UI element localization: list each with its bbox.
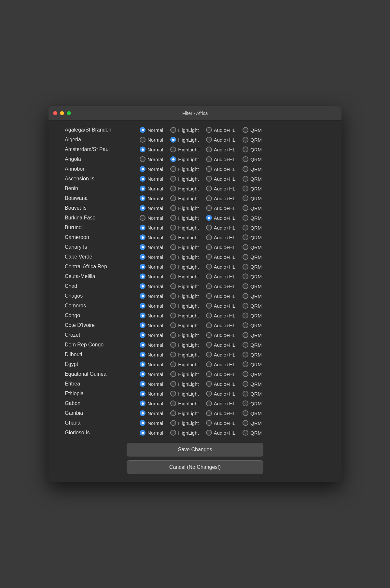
radio-button[interactable] [206, 361, 212, 367]
radio-option-normal[interactable]: Normal [140, 342, 163, 348]
radio-option-highlight[interactable]: HighLight [170, 186, 199, 191]
radio-option-qrm[interactable]: QRM [243, 264, 262, 270]
radio-button[interactable] [243, 430, 248, 436]
radio-option-highlight[interactable]: HighLight [170, 215, 199, 221]
radio-button[interactable] [140, 166, 146, 172]
radio-option-audio-hl[interactable]: Audio+HL [206, 283, 235, 289]
radio-button[interactable] [243, 156, 248, 162]
close-button[interactable] [53, 111, 57, 115]
radio-option-normal[interactable]: Normal [140, 303, 163, 309]
radio-button[interactable] [140, 313, 146, 318]
radio-option-audio-hl[interactable]: Audio+HL [206, 205, 235, 211]
radio-button[interactable] [170, 127, 176, 133]
radio-button[interactable] [206, 166, 212, 172]
radio-button[interactable] [140, 303, 146, 309]
radio-option-qrm[interactable]: QRM [243, 410, 262, 416]
radio-option-audio-hl[interactable]: Audio+HL [206, 147, 235, 152]
radio-option-normal[interactable]: Normal [140, 391, 163, 397]
radio-option-normal[interactable]: Normal [140, 381, 163, 387]
radio-option-normal[interactable]: Normal [140, 205, 163, 211]
radio-option-audio-hl[interactable]: Audio+HL [206, 361, 235, 367]
radio-option-audio-hl[interactable]: Audio+HL [206, 195, 235, 201]
radio-option-highlight[interactable]: HighLight [170, 381, 199, 387]
radio-option-audio-hl[interactable]: Audio+HL [206, 186, 235, 191]
radio-option-normal[interactable]: Normal [140, 264, 163, 270]
radio-option-audio-hl[interactable]: Audio+HL [206, 215, 235, 221]
radio-option-highlight[interactable]: HighLight [170, 176, 199, 182]
radio-button[interactable] [140, 293, 146, 299]
radio-button[interactable] [140, 234, 146, 240]
radio-option-qrm[interactable]: QRM [243, 244, 262, 250]
radio-option-normal[interactable]: Normal [140, 156, 163, 162]
radio-button[interactable] [243, 371, 248, 377]
radio-option-qrm[interactable]: QRM [243, 381, 262, 387]
radio-button[interactable] [170, 303, 176, 309]
radio-button[interactable] [206, 303, 212, 309]
radio-button[interactable] [206, 410, 212, 416]
radio-option-highlight[interactable]: HighLight [170, 147, 199, 152]
radio-button[interactable] [206, 147, 212, 152]
radio-button[interactable] [170, 186, 176, 191]
radio-option-normal[interactable]: Normal [140, 195, 163, 201]
radio-button[interactable] [140, 391, 146, 397]
radio-button[interactable] [206, 244, 212, 250]
radio-option-audio-hl[interactable]: Audio+HL [206, 137, 235, 143]
radio-option-audio-hl[interactable]: Audio+HL [206, 156, 235, 162]
radio-button[interactable] [140, 244, 146, 250]
radio-option-highlight[interactable]: HighLight [170, 371, 199, 377]
radio-button[interactable] [170, 244, 176, 250]
radio-option-qrm[interactable]: QRM [243, 215, 262, 221]
radio-option-highlight[interactable]: HighLight [170, 264, 199, 270]
radio-button[interactable] [140, 156, 146, 162]
radio-option-highlight[interactable]: HighLight [170, 313, 199, 318]
radio-option-audio-hl[interactable]: Audio+HL [206, 303, 235, 309]
radio-button[interactable] [140, 420, 146, 426]
radio-option-highlight[interactable]: HighLight [170, 283, 199, 289]
radio-button[interactable] [243, 244, 248, 250]
radio-option-audio-hl[interactable]: Audio+HL [206, 254, 235, 260]
radio-option-normal[interactable]: Normal [140, 400, 163, 406]
radio-option-highlight[interactable]: HighLight [170, 293, 199, 299]
radio-button[interactable] [170, 176, 176, 182]
radio-button[interactable] [170, 166, 176, 172]
radio-button[interactable] [140, 371, 146, 377]
radio-option-qrm[interactable]: QRM [243, 322, 262, 328]
radio-option-qrm[interactable]: QRM [243, 352, 262, 357]
radio-option-highlight[interactable]: HighLight [170, 332, 199, 338]
radio-option-normal[interactable]: Normal [140, 127, 163, 133]
radio-button[interactable] [170, 332, 176, 338]
radio-option-qrm[interactable]: QRM [243, 147, 262, 152]
radio-button[interactable] [140, 342, 146, 348]
radio-button[interactable] [140, 410, 146, 416]
radio-button[interactable] [140, 186, 146, 191]
radio-option-highlight[interactable]: HighLight [170, 225, 199, 231]
radio-option-qrm[interactable]: QRM [243, 400, 262, 406]
radio-button[interactable] [140, 147, 146, 152]
radio-option-qrm[interactable]: QRM [243, 127, 262, 133]
radio-button[interactable] [243, 225, 248, 231]
radio-option-highlight[interactable]: HighLight [170, 244, 199, 250]
radio-button[interactable] [170, 391, 176, 397]
radio-option-qrm[interactable]: QRM [243, 166, 262, 172]
radio-button[interactable] [170, 215, 176, 221]
radio-button[interactable] [170, 420, 176, 426]
radio-option-normal[interactable]: Normal [140, 166, 163, 172]
radio-button[interactable] [243, 147, 248, 152]
radio-option-audio-hl[interactable]: Audio+HL [206, 391, 235, 397]
radio-option-normal[interactable]: Normal [140, 234, 163, 240]
radio-button[interactable] [243, 391, 248, 397]
radio-option-qrm[interactable]: QRM [243, 195, 262, 201]
radio-button[interactable] [243, 332, 248, 338]
radio-option-audio-hl[interactable]: Audio+HL [206, 244, 235, 250]
radio-button[interactable] [206, 332, 212, 338]
radio-option-highlight[interactable]: HighLight [170, 195, 199, 201]
radio-button[interactable] [140, 352, 146, 357]
radio-option-audio-hl[interactable]: Audio+HL [206, 293, 235, 299]
radio-button[interactable] [243, 195, 248, 201]
radio-button[interactable] [170, 322, 176, 328]
radio-button[interactable] [140, 264, 146, 270]
radio-option-normal[interactable]: Normal [140, 254, 163, 260]
radio-option-normal[interactable]: Normal [140, 361, 163, 367]
radio-option-audio-hl[interactable]: Audio+HL [206, 127, 235, 133]
radio-button[interactable] [170, 313, 176, 318]
